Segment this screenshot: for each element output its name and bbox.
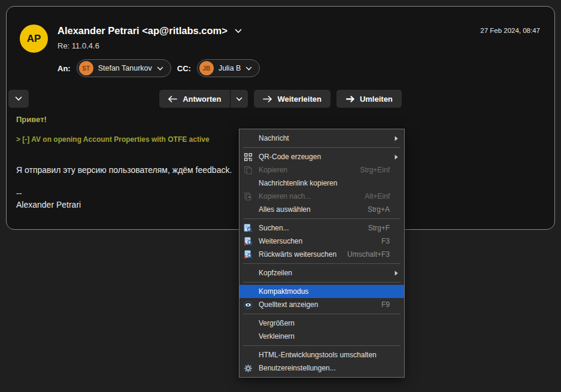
menu-item-label: Verkleinern <box>259 332 390 341</box>
menu-shortcut: Umschalt+F3 <box>347 250 390 259</box>
menu-icon-blank <box>243 318 253 329</box>
context-menu: NachrichtQR-Code erzeugenKopierenStrg+Ei… <box>239 129 405 378</box>
reply-button[interactable]: Antworten <box>159 90 230 108</box>
cc-recipient-avatar: JB <box>199 61 214 75</box>
search-prev-icon <box>243 250 253 260</box>
sender-name: Alexander Petrari <ap@ritlabs.com> <box>57 25 228 37</box>
menu-icon-blank <box>243 268 253 278</box>
menu-separator <box>243 345 401 346</box>
sender-avatar: AP <box>20 25 48 53</box>
menu-item-kompaktmodus[interactable]: Kompaktmodus <box>239 285 404 298</box>
menu-item-alles-ausw-hlen[interactable]: Alles auswählenStrg+A <box>239 203 404 216</box>
to-label: An: <box>57 64 71 73</box>
redirect-label: Umleiten <box>360 95 393 104</box>
menu-icon-blank <box>243 133 253 144</box>
app-background: AP Alexander Petrari <ap@ritlabs.com> Re… <box>0 0 561 392</box>
reply-label: Antworten <box>183 95 221 104</box>
menu-item-nachrichtenlink-kopieren[interactable]: Nachrichtenlink kopieren <box>239 177 404 190</box>
menu-separator <box>243 314 401 314</box>
to-recipient-name: Stefan Tanurkov <box>98 64 152 72</box>
to-recipient-pill[interactable]: ST Stefan Tanurkov <box>77 59 171 77</box>
reply-button-group: Antworten <box>159 90 248 108</box>
menu-item-qr-code-erzeugen[interactable]: QR-Code erzeugen <box>239 150 404 163</box>
copy-to-icon <box>243 192 253 202</box>
menu-separator <box>243 147 401 148</box>
toolbar-buttons: Antworten Weiterleiten <box>7 90 554 108</box>
menu-item-quelltext-anzeigen[interactable]: Quelltext anzeigenF9 <box>239 298 404 311</box>
sender-dropdown-chevron-icon[interactable] <box>235 29 242 34</box>
source-view-icon <box>243 300 253 310</box>
to-recipient-avatar: ST <box>79 61 93 75</box>
cc-label: CC: <box>177 64 191 73</box>
menu-item-label: Kompaktmodus <box>259 287 390 296</box>
menu-item-suchen[interactable]: Suchen...Strg+F <box>239 221 404 235</box>
submenu-arrow-icon <box>393 136 399 141</box>
menu-item-weitersuchen[interactable]: WeitersuchenF3 <box>239 235 404 248</box>
menu-shortcut: Strg+F <box>368 224 390 232</box>
menu-item-verkleinern[interactable]: Verkleinern <box>239 330 404 343</box>
menu-item-r-ckw-rts-weitersuchen[interactable]: Rückwärts weitersuchenUmschalt+F3 <box>239 248 404 261</box>
menu-item-label: Nachrichtenlink kopieren <box>259 179 390 187</box>
qr-code-icon <box>243 152 253 162</box>
header-main: Alexander Petrari <ap@ritlabs.com> Re: 1… <box>57 25 542 77</box>
menu-shortcut: Strg+A <box>368 205 390 214</box>
chevron-down-icon[interactable] <box>157 66 163 71</box>
menu-item-nachricht[interactable]: Nachricht <box>239 132 404 145</box>
chevron-down-icon <box>236 97 242 101</box>
menu-item-kopieren-nach: Kopieren nach...Alt+Einf <box>239 190 404 203</box>
message-toolbar: Antworten Weiterleiten <box>7 90 554 108</box>
menu-item-label: Suchen... <box>259 224 361 232</box>
menu-item-label: Alles auswählen <box>259 205 360 214</box>
menu-item-label: Nachricht <box>259 134 390 142</box>
forward-arrow-icon <box>263 96 272 102</box>
menu-item-html-entwicklungstools-umschalten[interactable]: HTML-Entwicklungstools umschalten <box>239 348 404 361</box>
menu-icon-blank <box>243 205 253 215</box>
email-subject: Re: 11.0.4.6 <box>57 41 542 50</box>
redirect-arrow-icon <box>345 96 354 102</box>
sender-row: Alexander Petrari <ap@ritlabs.com> <box>57 25 542 37</box>
search-icon <box>243 223 253 233</box>
forward-label: Weiterleiten <box>277 95 321 104</box>
menu-item-label: Kopfzeilen <box>259 269 390 277</box>
menu-icon-blank <box>243 287 253 297</box>
email-date: 27 Feb 2024, 08:47 <box>480 27 540 34</box>
gear-icon <box>243 363 253 373</box>
menu-shortcut: Alt+Einf <box>365 192 390 200</box>
search-next-icon <box>243 236 253 247</box>
menu-separator <box>243 218 401 219</box>
body-greeting: Привет! <box>16 115 545 124</box>
menu-item-label: Kopieren <box>259 166 353 174</box>
menu-item-vergr-ern[interactable]: Vergrößern <box>239 317 404 330</box>
submenu-arrow-icon <box>393 154 399 160</box>
menu-item-label: HTML-Entwicklungstools umschalten <box>259 351 390 359</box>
recipients-row: An: ST Stefan Tanurkov CC: JB Julia B <box>57 59 542 77</box>
copy-icon <box>243 165 253 175</box>
menu-separator <box>243 263 401 264</box>
cc-recipient-pill[interactable]: JB Julia B <box>197 59 260 77</box>
menu-shortcut: Strg+Einf <box>360 166 390 174</box>
redirect-button[interactable]: Umleiten <box>336 90 402 108</box>
menu-icon-blank <box>243 350 253 360</box>
menu-item-kopfzeilen[interactable]: Kopfzeilen <box>239 266 404 279</box>
menu-shortcut: F3 <box>381 237 390 245</box>
email-header: AP Alexander Petrari <ap@ritlabs.com> Re… <box>7 7 554 77</box>
reply-arrow-icon <box>168 96 177 102</box>
chevron-down-icon[interactable] <box>245 66 252 71</box>
menu-shortcut: F9 <box>381 300 390 309</box>
menu-item-label: Quelltext anzeigen <box>259 300 374 309</box>
menu-item-label: Rückwärts weitersuchen <box>259 250 340 259</box>
menu-separator <box>243 282 401 282</box>
menu-icon-blank <box>243 178 253 189</box>
cc-recipient-name: Julia B <box>219 64 241 72</box>
menu-item-label: Weitersuchen <box>259 237 374 245</box>
menu-item-label: Benutzereinstellungen... <box>259 364 390 372</box>
collapse-header-button[interactable] <box>8 90 29 108</box>
menu-item-label: Kopieren nach... <box>259 192 357 200</box>
forward-button[interactable]: Weiterleiten <box>254 90 330 108</box>
menu-icon-blank <box>243 332 253 342</box>
menu-item-kopieren: KopierenStrg+Einf <box>239 163 404 177</box>
reply-dropdown-button[interactable] <box>231 90 248 108</box>
menu-item-benutzereinstellungen[interactable]: Benutzereinstellungen... <box>239 361 404 375</box>
menu-item-label: QR-Code erzeugen <box>259 153 390 161</box>
menu-item-label: Vergrößern <box>259 319 390 327</box>
